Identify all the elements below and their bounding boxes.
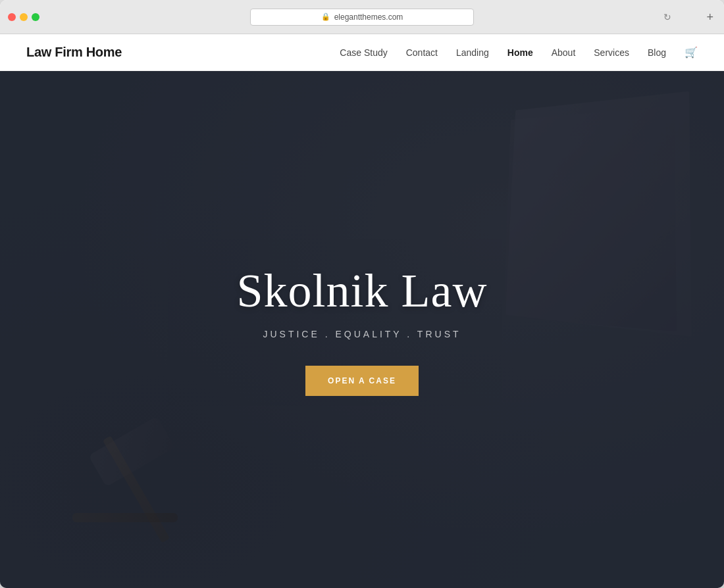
address-bar[interactable]: 🔒 elegantthemes.com: [250, 9, 474, 26]
hero-subtitle: Justice . Equality . Trust: [237, 329, 488, 339]
hero-section: Skolnik Law Justice . Equality . Trust O…: [0, 71, 724, 588]
cart-icon[interactable]: 🛒: [685, 46, 698, 59]
new-tab-button[interactable]: +: [706, 10, 713, 24]
url-text: elegantthemes.com: [334, 12, 403, 22]
close-button[interactable]: [8, 13, 16, 21]
open-case-button[interactable]: OPEN A CASE: [305, 366, 419, 396]
site-nav: Case Study Contact Landing Home About Se…: [340, 46, 698, 59]
nav-item-services[interactable]: Services: [594, 47, 629, 58]
nav-item-landing[interactable]: Landing: [456, 47, 489, 58]
traffic-lights: [8, 13, 39, 21]
minimize-button[interactable]: [20, 13, 28, 21]
nav-item-blog[interactable]: Blog: [648, 47, 666, 58]
browser-chrome: 🔒 elegantthemes.com ↻ +: [0, 0, 724, 34]
nav-item-case-study[interactable]: Case Study: [340, 47, 387, 58]
site-logo[interactable]: Law Firm Home: [26, 45, 122, 60]
site-header: Law Firm Home Case Study Contact Landing…: [0, 34, 724, 71]
hero-content: Skolnik Law Justice . Equality . Trust O…: [237, 264, 488, 396]
refresh-button[interactable]: ↻: [663, 12, 671, 22]
nav-item-home[interactable]: Home: [507, 47, 533, 58]
nav-item-about[interactable]: About: [552, 47, 576, 58]
browser-window: 🔒 elegantthemes.com ↻ + Law Firm Home Ca…: [0, 0, 724, 588]
nav-item-contact[interactable]: Contact: [406, 47, 438, 58]
maximize-button[interactable]: [32, 13, 39, 21]
lock-icon: 🔒: [321, 12, 330, 21]
hero-title: Skolnik Law: [237, 264, 488, 318]
